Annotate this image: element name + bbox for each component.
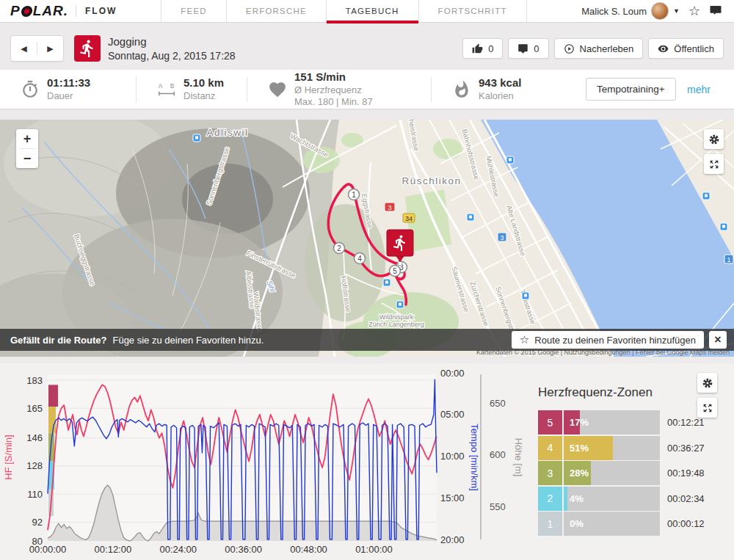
tab-tagebuch[interactable]: TAGEBUCH	[326, 0, 418, 22]
messages-icon[interactable]	[709, 4, 724, 18]
relive-button[interactable]: Nacherleben	[554, 38, 644, 59]
svg-text:00:24:00: 00:24:00	[159, 544, 197, 555]
park-label: Wildnispark	[379, 313, 414, 321]
town-label: Adliswil	[206, 127, 248, 138]
map-fullscreen-button[interactable]	[704, 154, 724, 174]
stat-duration: 01:11:33 Dauer	[0, 75, 136, 104]
svg-text:Höhe [m]: Höhe [m]	[513, 438, 524, 477]
duration-value: 01:11:33	[47, 76, 90, 90]
user-menu[interactable]: Malick S. Loum ▼	[581, 2, 680, 20]
chart-settings-button[interactable]	[697, 373, 717, 393]
zone-percent: 51%	[570, 436, 589, 460]
zone-time: 00:02:34	[667, 487, 705, 511]
svg-text:4: 4	[357, 255, 362, 263]
chart-fullscreen-button[interactable]	[697, 398, 717, 418]
polar-logo[interactable]: PLAR.	[10, 3, 68, 19]
zone-percent: 28%	[570, 461, 589, 485]
map-settings-button[interactable]	[704, 129, 724, 149]
map-zoom-control: + −	[16, 129, 38, 168]
training-benefit-button[interactable]: Tempotraining+	[586, 78, 676, 101]
zone-time: 00:36:27	[667, 436, 705, 460]
route-km-marker: 2	[334, 243, 345, 254]
zoom-in-button[interactable]: +	[16, 129, 38, 148]
training-chart[interactable]: 183165146128110928000:0005:0010:0015:002…	[0, 363, 536, 560]
tab-fortschritt[interactable]: FORTSCHRITT	[418, 0, 527, 22]
svg-text:01:00:00: 01:00:00	[355, 544, 393, 555]
sport-icon-running	[74, 35, 101, 62]
flow-brand: FLOW	[76, 5, 117, 17]
banner-text: Füge sie zu deinen Favoriten hinzu.	[112, 335, 264, 346]
svg-text:05:00: 05:00	[440, 409, 465, 420]
add-favorite-label: Route zu deinen Favoriten hinzufügen	[534, 335, 696, 346]
zone-number: 5	[538, 410, 562, 434]
hr-zone-row: 328%00:19:48	[538, 461, 729, 485]
svg-text:15:00: 15:00	[440, 492, 465, 503]
distance-value: 5.10 km	[184, 76, 224, 90]
route-km-marker: 5	[390, 266, 401, 277]
svg-text:1: 1	[352, 191, 356, 199]
town-label: Rüschlikon	[401, 175, 461, 186]
favorites-star-icon[interactable]: ☆	[687, 4, 702, 18]
flame-icon	[452, 80, 471, 99]
zone-number: 1	[538, 512, 562, 536]
chevron-down-icon: ▼	[673, 7, 680, 15]
relive-label: Nacherleben	[580, 43, 634, 54]
zoom-out-button[interactable]: −	[16, 149, 38, 168]
tab-erforsche[interactable]: ERFORSCHE	[226, 0, 326, 22]
top-nav: PLAR. FLOW FEEDERFORSCHETAGEBUCHFORTSCHR…	[0, 0, 734, 23]
zone-bar: 17%	[564, 410, 660, 434]
park-label: Zürich Langenberg	[368, 321, 424, 328]
distance-label: Distanz	[184, 90, 224, 102]
duration-label: Dauer	[47, 90, 90, 102]
svg-text:00:36:00: 00:36:00	[225, 544, 262, 555]
banner-close-button[interactable]: ×	[709, 331, 727, 349]
hr-zone-row: 10%00:00:12	[538, 512, 729, 536]
route-km-marker: 4	[355, 253, 366, 264]
zone-bar: 0%	[564, 512, 660, 536]
calories-label: Kalorien	[479, 90, 521, 102]
route-map[interactable]: SonnenbergstrasseWachtstrasseEggstrasseB…	[0, 120, 734, 357]
svg-text:110: 110	[27, 489, 43, 500]
session-pager: ◀ ▶	[10, 35, 64, 62]
visibility-button[interactable]: Öffentlich	[648, 38, 724, 59]
stopwatch-icon	[21, 80, 40, 99]
zone-number: 2	[538, 487, 562, 511]
comment-button[interactable]: 0	[508, 38, 548, 59]
heart-icon	[268, 80, 287, 99]
transit-icon	[396, 301, 404, 308]
svg-text:00:48:00: 00:48:00	[290, 544, 327, 555]
banner-question: Gefällt dir die Route?	[10, 335, 106, 346]
transit-icon	[193, 134, 200, 142]
nav-tabs: FEEDERFORSCHETAGEBUCHFORTSCHRITT	[161, 0, 526, 22]
transit-icon	[702, 192, 710, 200]
prev-session-button[interactable]: ◀	[11, 44, 37, 54]
hr-label: Ø Herzfrequenz	[294, 84, 373, 96]
hr-minmax: Max. 180 | Min. 87	[294, 96, 373, 108]
logo-letter: P	[10, 3, 21, 19]
tab-feed[interactable]: FEED	[161, 0, 225, 22]
activity-titles: Jogging Sonntag, Aug 2, 2015 17:28	[108, 34, 236, 62]
user-name: Malick S. Loum	[581, 6, 647, 17]
star-icon: ☆	[520, 333, 529, 346]
zone-time: 00:19:48	[667, 461, 705, 485]
add-favorite-button[interactable]: ☆Route zu deinen Favoriten hinzufügen	[512, 331, 704, 349]
hr-zone-row: 451%00:36:27	[538, 436, 729, 460]
like-count: 0	[488, 43, 493, 54]
svg-text:165: 165	[26, 403, 43, 414]
training-chart-section: 183165146128110928000:0005:0010:0015:002…	[0, 363, 734, 560]
zone-number: 3	[538, 461, 562, 485]
svg-text:92: 92	[32, 517, 43, 528]
like-button[interactable]: 0	[462, 38, 503, 59]
zone-bar: 51%	[564, 436, 660, 460]
stat-distance: 5.10 km Distanz	[137, 75, 247, 104]
zone-bar: 4%	[564, 487, 660, 511]
svg-text:00:00: 00:00	[440, 368, 465, 379]
stat-calories: 943 kcal Kalorien	[432, 75, 542, 104]
transit-icon	[383, 279, 390, 286]
hr-zone-row: 24%00:02:34	[538, 487, 729, 511]
route-shield-blue: 3	[498, 233, 506, 241]
next-session-button[interactable]: ▶	[37, 44, 63, 54]
map-canvas[interactable]: SonnenbergstrasseWachtstrasseEggstrasseB…	[0, 120, 734, 357]
logo-dot: .	[64, 3, 68, 19]
more-link[interactable]: mehr	[687, 84, 711, 95]
